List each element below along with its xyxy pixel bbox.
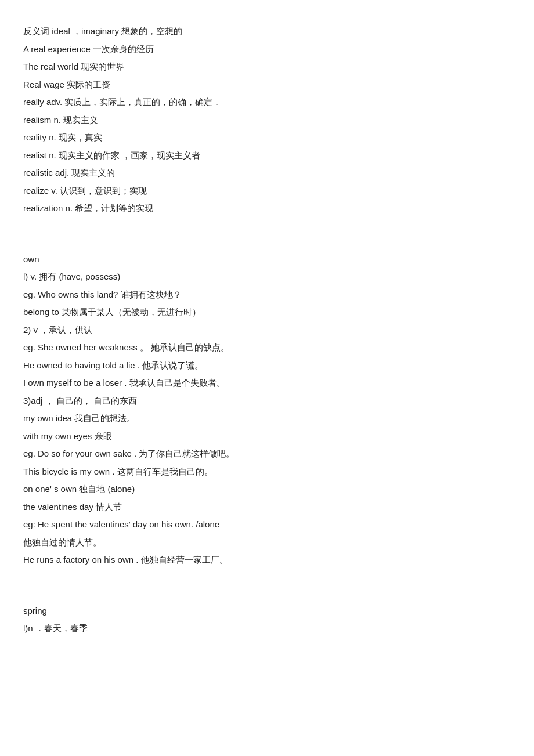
page-content: 反义词 ideal ，imaginary 想象的，空想的 A real expe… [23, 23, 511, 637]
own4: 2) v ，承认，供认 [23, 322, 511, 339]
own-title: own [23, 251, 511, 268]
own2: eg. Who owns this land? 谁拥有这块地？ [23, 287, 511, 303]
own1: l) v. 拥有 (have, possess) [23, 269, 511, 285]
own5: eg. She owned her weakness 。 她承认自己的缺点。 [23, 339, 511, 356]
line1: 反义词 ideal ，imaginary 想象的，空想的 [23, 23, 511, 40]
line11: realization n. 希望，计划等的实现 [23, 200, 511, 217]
spring-title: spring [23, 603, 511, 620]
line2: A real experience 一次亲身的经历 [23, 41, 511, 58]
own9: my own idea 我自己的想法。 [23, 410, 511, 427]
own14: the valentines day 情人节 [23, 499, 511, 516]
own6: He owned to having told a lie . 他承认说了谎。 [23, 357, 511, 374]
own15: eg: He spent the valentines' day on his … [23, 516, 511, 533]
own16: 他独自过的情人节。 [23, 534, 511, 551]
line5: really adv. 实质上，实际上，真正的，的确，确定． [23, 94, 511, 111]
line4: Real wage 实际的工资 [23, 77, 511, 93]
own11: eg. Do so for your own sake . 为了你自己就这样做吧… [23, 446, 511, 462]
line8: realist n. 现实主义的作家 ，画家，现实主义者 [23, 147, 511, 164]
own3: belong to 某物属于某人（无被动，无进行时） [23, 304, 511, 321]
spring1: l)n ．春天，春季 [23, 620, 511, 637]
own8: 3)adj ， 自己的， 自己的东西 [23, 393, 511, 410]
own12: This bicycle is my own . 这两自行车是我自己的。 [23, 464, 511, 480]
line3: The real world 现实的世界 [23, 59, 511, 75]
own17: He runs a factory on his own . 他独自经营一家工厂… [23, 552, 511, 569]
own10: with my own eyes 亲眼 [23, 428, 511, 445]
line7: reality n. 现实，真实 [23, 129, 511, 146]
own13: on one' s own 独自地 (alone) [23, 481, 511, 498]
line9: realistic adj. 现实主义的 [23, 165, 511, 182]
line10: realize v. 认识到，意识到；实现 [23, 183, 511, 200]
line6: realism n. 现实主义 [23, 112, 511, 129]
own7: I own myself to be a loser . 我承认自己是个失败者。 [23, 375, 511, 392]
